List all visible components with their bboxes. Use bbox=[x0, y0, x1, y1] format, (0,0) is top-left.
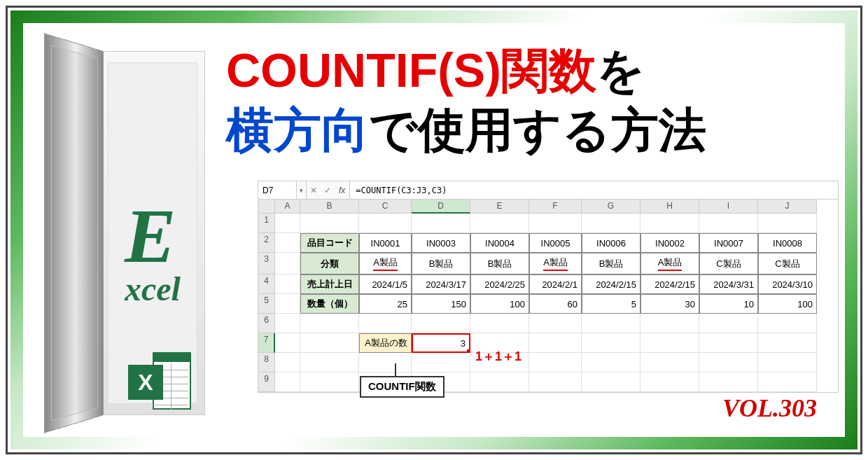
cell-H3[interactable]: A製品 bbox=[640, 253, 699, 274]
cell-A8[interactable] bbox=[275, 353, 300, 372]
cell-E4[interactable]: 2024/2/25 bbox=[470, 274, 529, 294]
cell-B7[interactable] bbox=[300, 333, 359, 353]
name-box-dropdown[interactable]: ▾ bbox=[297, 181, 307, 199]
col-H[interactable]: H bbox=[640, 200, 699, 214]
cell-G6[interactable] bbox=[582, 314, 640, 333]
cell-F9[interactable] bbox=[529, 372, 582, 392]
cell-H4[interactable]: 2024/2/15 bbox=[640, 274, 699, 294]
col-I[interactable]: I bbox=[699, 200, 758, 214]
col-D[interactable]: D bbox=[412, 200, 470, 214]
row-7[interactable]: 7 bbox=[258, 333, 275, 353]
cell-D6[interactable] bbox=[412, 314, 470, 333]
cell-C5[interactable]: 25 bbox=[359, 294, 412, 314]
cell-I4[interactable]: 2024/3/31 bbox=[699, 274, 758, 294]
cell-I1[interactable] bbox=[699, 214, 758, 233]
cell-F3[interactable]: A製品 bbox=[529, 253, 582, 274]
cell-G1[interactable] bbox=[582, 214, 640, 233]
row-5[interactable]: 5 bbox=[258, 294, 275, 314]
header-date[interactable]: 売上計上日 bbox=[300, 274, 359, 294]
cell-E5[interactable]: 100 bbox=[470, 294, 529, 314]
cell-C4[interactable]: 2024/1/5 bbox=[359, 274, 412, 294]
cell-F7[interactable] bbox=[529, 333, 582, 353]
col-G[interactable]: G bbox=[582, 200, 640, 214]
cell-J5[interactable]: 100 bbox=[758, 294, 817, 314]
cell-F8[interactable] bbox=[529, 353, 582, 372]
cell-B8[interactable] bbox=[300, 353, 359, 372]
cell-A7[interactable] bbox=[275, 333, 300, 353]
cell-J7[interactable] bbox=[758, 333, 817, 353]
cell-A2[interactable] bbox=[275, 233, 300, 253]
formula-input[interactable]: =COUNTIF(C3:J3,C3) bbox=[350, 181, 838, 199]
cell-G4[interactable]: 2024/2/15 bbox=[582, 274, 640, 294]
cell-J3[interactable]: C製品 bbox=[758, 253, 817, 274]
row-9[interactable]: 9 bbox=[258, 372, 275, 392]
cell-I3[interactable]: C製品 bbox=[699, 253, 758, 274]
cell-A4[interactable] bbox=[275, 274, 300, 294]
cell-D8[interactable] bbox=[412, 353, 470, 372]
cell-J9[interactable] bbox=[758, 372, 817, 392]
cell-J2[interactable]: IN0008 bbox=[758, 233, 817, 253]
cell-I9[interactable] bbox=[699, 372, 758, 392]
cell-J6[interactable] bbox=[758, 314, 817, 333]
cell-A6[interactable] bbox=[275, 314, 300, 333]
row-3[interactable]: 3 bbox=[258, 253, 275, 274]
cell-F1[interactable] bbox=[529, 214, 582, 233]
result-cell[interactable]: 3 bbox=[412, 333, 470, 353]
cell-D2[interactable]: IN0003 bbox=[412, 233, 470, 253]
select-all-corner[interactable] bbox=[258, 200, 275, 214]
header-product-code[interactable]: 品目コード bbox=[300, 233, 359, 253]
cell-B6[interactable] bbox=[300, 314, 359, 333]
cell-A1[interactable] bbox=[275, 214, 300, 233]
cell-I6[interactable] bbox=[699, 314, 758, 333]
cell-F5[interactable]: 60 bbox=[529, 294, 582, 314]
col-J[interactable]: J bbox=[758, 200, 817, 214]
col-E[interactable]: E bbox=[470, 200, 529, 214]
row-8[interactable]: 8 bbox=[258, 353, 275, 372]
cell-J4[interactable]: 2024/3/10 bbox=[758, 274, 817, 294]
cell-C1[interactable] bbox=[359, 214, 412, 233]
cell-C3[interactable]: A製品 bbox=[359, 253, 412, 274]
cell-J1[interactable] bbox=[758, 214, 817, 233]
cell-B9[interactable] bbox=[300, 372, 359, 392]
cell-C2[interactable]: IN0001 bbox=[359, 233, 412, 253]
cell-I8[interactable] bbox=[699, 353, 758, 372]
row-1[interactable]: 1 bbox=[258, 214, 275, 233]
cell-F6[interactable] bbox=[529, 314, 582, 333]
cell-F4[interactable]: 2024/2/1 bbox=[529, 274, 582, 294]
cell-I2[interactable]: IN0007 bbox=[699, 233, 758, 253]
col-C[interactable]: C bbox=[359, 200, 412, 214]
cell-D3[interactable]: B製品 bbox=[412, 253, 470, 274]
cell-G3[interactable]: B製品 bbox=[582, 253, 640, 274]
name-box[interactable]: D7 bbox=[258, 181, 297, 199]
row-2[interactable]: 2 bbox=[258, 233, 275, 253]
cell-H1[interactable] bbox=[640, 214, 699, 233]
header-qty[interactable]: 数量（個） bbox=[300, 294, 359, 314]
cell-H5[interactable]: 30 bbox=[640, 294, 699, 314]
fx-label[interactable]: fx bbox=[335, 181, 350, 199]
cell-H8[interactable] bbox=[640, 353, 699, 372]
cell-H2[interactable]: IN0002 bbox=[640, 233, 699, 253]
cell-G8[interactable] bbox=[582, 353, 640, 372]
cell-H6[interactable] bbox=[640, 314, 699, 333]
cell-A5[interactable] bbox=[275, 294, 300, 314]
cell-B1[interactable] bbox=[300, 214, 359, 233]
col-A[interactable]: A bbox=[275, 200, 300, 214]
row-4[interactable]: 4 bbox=[258, 274, 275, 294]
result-label[interactable]: A製品の数 bbox=[359, 333, 412, 353]
cell-C6[interactable] bbox=[359, 314, 412, 333]
col-B[interactable]: B bbox=[300, 200, 359, 214]
cell-D4[interactable]: 2024/3/17 bbox=[412, 274, 470, 294]
row-6[interactable]: 6 bbox=[258, 314, 275, 333]
cell-G2[interactable]: IN0006 bbox=[582, 233, 640, 253]
sheet-grid[interactable]: A B C D E F G H I J 1 bbox=[258, 200, 838, 392]
cell-E3[interactable]: B製品 bbox=[470, 253, 529, 274]
cell-F2[interactable]: IN0005 bbox=[529, 233, 582, 253]
cell-E2[interactable]: IN0004 bbox=[470, 233, 529, 253]
cell-H7[interactable] bbox=[640, 333, 699, 353]
cell-C8[interactable] bbox=[359, 353, 412, 372]
cell-E6[interactable] bbox=[470, 314, 529, 333]
cell-D1[interactable] bbox=[412, 214, 470, 233]
cell-G7[interactable] bbox=[582, 333, 640, 353]
header-category[interactable]: 分類 bbox=[300, 253, 359, 274]
col-F[interactable]: F bbox=[529, 200, 582, 214]
